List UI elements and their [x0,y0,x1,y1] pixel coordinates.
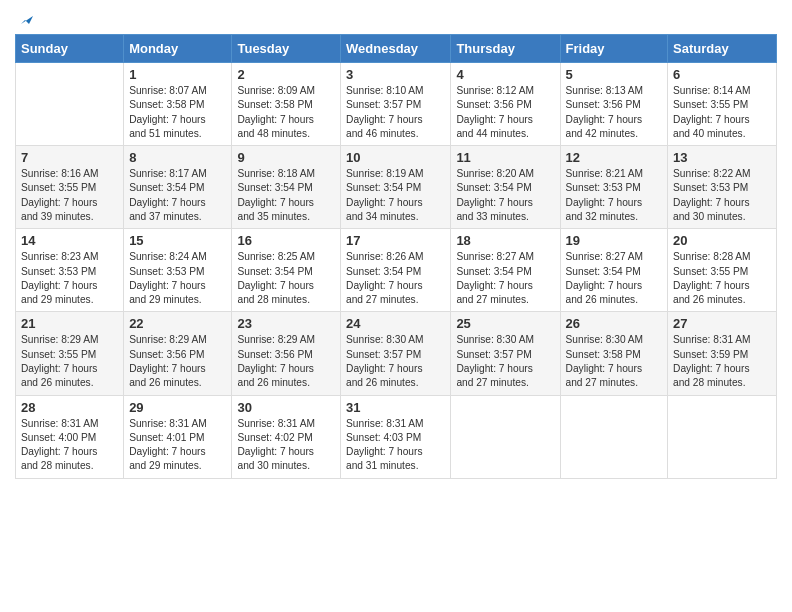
day-cell: 4Sunrise: 8:12 AM Sunset: 3:56 PM Daylig… [451,63,560,146]
day-cell: 7Sunrise: 8:16 AM Sunset: 3:55 PM Daylig… [16,146,124,229]
day-cell: 21Sunrise: 8:29 AM Sunset: 3:55 PM Dayli… [16,312,124,395]
weekday-header-wednesday: Wednesday [341,35,451,63]
day-info: Sunrise: 8:07 AM Sunset: 3:58 PM Dayligh… [129,84,226,141]
day-number: 9 [237,150,335,165]
day-cell: 23Sunrise: 8:29 AM Sunset: 3:56 PM Dayli… [232,312,341,395]
day-cell: 2Sunrise: 8:09 AM Sunset: 3:58 PM Daylig… [232,63,341,146]
day-number: 18 [456,233,554,248]
weekday-header-tuesday: Tuesday [232,35,341,63]
weekday-header-friday: Friday [560,35,668,63]
day-info: Sunrise: 8:29 AM Sunset: 3:55 PM Dayligh… [21,333,118,390]
day-info: Sunrise: 8:21 AM Sunset: 3:53 PM Dayligh… [566,167,663,224]
day-number: 10 [346,150,445,165]
week-row-2: 7Sunrise: 8:16 AM Sunset: 3:55 PM Daylig… [16,146,777,229]
day-number: 15 [129,233,226,248]
day-cell: 20Sunrise: 8:28 AM Sunset: 3:55 PM Dayli… [668,229,777,312]
day-number: 2 [237,67,335,82]
day-cell: 16Sunrise: 8:25 AM Sunset: 3:54 PM Dayli… [232,229,341,312]
day-cell: 25Sunrise: 8:30 AM Sunset: 3:57 PM Dayli… [451,312,560,395]
day-number: 11 [456,150,554,165]
day-number: 28 [21,400,118,415]
day-cell: 5Sunrise: 8:13 AM Sunset: 3:56 PM Daylig… [560,63,668,146]
day-number: 31 [346,400,445,415]
day-info: Sunrise: 8:12 AM Sunset: 3:56 PM Dayligh… [456,84,554,141]
day-info: Sunrise: 8:30 AM Sunset: 3:57 PM Dayligh… [456,333,554,390]
day-cell: 10Sunrise: 8:19 AM Sunset: 3:54 PM Dayli… [341,146,451,229]
day-cell: 12Sunrise: 8:21 AM Sunset: 3:53 PM Dayli… [560,146,668,229]
svg-marker-0 [21,16,33,24]
day-number: 29 [129,400,226,415]
calendar-table: SundayMondayTuesdayWednesdayThursdayFrid… [15,34,777,479]
day-number: 13 [673,150,771,165]
day-info: Sunrise: 8:27 AM Sunset: 3:54 PM Dayligh… [566,250,663,307]
day-cell: 17Sunrise: 8:26 AM Sunset: 3:54 PM Dayli… [341,229,451,312]
day-cell: 6Sunrise: 8:14 AM Sunset: 3:55 PM Daylig… [668,63,777,146]
day-number: 23 [237,316,335,331]
day-info: Sunrise: 8:20 AM Sunset: 3:54 PM Dayligh… [456,167,554,224]
day-number: 26 [566,316,663,331]
day-cell: 3Sunrise: 8:10 AM Sunset: 3:57 PM Daylig… [341,63,451,146]
day-info: Sunrise: 8:22 AM Sunset: 3:53 PM Dayligh… [673,167,771,224]
day-number: 22 [129,316,226,331]
day-cell: 15Sunrise: 8:24 AM Sunset: 3:53 PM Dayli… [124,229,232,312]
week-row-1: 1Sunrise: 8:07 AM Sunset: 3:58 PM Daylig… [16,63,777,146]
day-info: Sunrise: 8:25 AM Sunset: 3:54 PM Dayligh… [237,250,335,307]
day-info: Sunrise: 8:26 AM Sunset: 3:54 PM Dayligh… [346,250,445,307]
day-number: 21 [21,316,118,331]
day-info: Sunrise: 8:30 AM Sunset: 3:57 PM Dayligh… [346,333,445,390]
day-number: 16 [237,233,335,248]
day-cell: 22Sunrise: 8:29 AM Sunset: 3:56 PM Dayli… [124,312,232,395]
day-info: Sunrise: 8:13 AM Sunset: 3:56 PM Dayligh… [566,84,663,141]
day-number: 17 [346,233,445,248]
day-number: 12 [566,150,663,165]
day-info: Sunrise: 8:30 AM Sunset: 3:58 PM Dayligh… [566,333,663,390]
day-number: 7 [21,150,118,165]
day-info: Sunrise: 8:29 AM Sunset: 3:56 PM Dayligh… [237,333,335,390]
day-cell: 8Sunrise: 8:17 AM Sunset: 3:54 PM Daylig… [124,146,232,229]
day-info: Sunrise: 8:31 AM Sunset: 3:59 PM Dayligh… [673,333,771,390]
day-cell: 27Sunrise: 8:31 AM Sunset: 3:59 PM Dayli… [668,312,777,395]
day-number: 4 [456,67,554,82]
day-info: Sunrise: 8:27 AM Sunset: 3:54 PM Dayligh… [456,250,554,307]
day-number: 14 [21,233,118,248]
day-info: Sunrise: 8:23 AM Sunset: 3:53 PM Dayligh… [21,250,118,307]
day-info: Sunrise: 8:19 AM Sunset: 3:54 PM Dayligh… [346,167,445,224]
day-number: 5 [566,67,663,82]
day-number: 20 [673,233,771,248]
day-number: 27 [673,316,771,331]
day-number: 24 [346,316,445,331]
day-info: Sunrise: 8:16 AM Sunset: 3:55 PM Dayligh… [21,167,118,224]
day-cell [451,395,560,478]
weekday-header-thursday: Thursday [451,35,560,63]
day-number: 6 [673,67,771,82]
day-number: 8 [129,150,226,165]
day-info: Sunrise: 8:10 AM Sunset: 3:57 PM Dayligh… [346,84,445,141]
day-cell: 31Sunrise: 8:31 AM Sunset: 4:03 PM Dayli… [341,395,451,478]
weekday-header-saturday: Saturday [668,35,777,63]
day-number: 1 [129,67,226,82]
day-cell [668,395,777,478]
day-info: Sunrise: 8:17 AM Sunset: 3:54 PM Dayligh… [129,167,226,224]
day-cell [16,63,124,146]
day-number: 25 [456,316,554,331]
day-cell: 1Sunrise: 8:07 AM Sunset: 3:58 PM Daylig… [124,63,232,146]
day-cell: 18Sunrise: 8:27 AM Sunset: 3:54 PM Dayli… [451,229,560,312]
day-info: Sunrise: 8:31 AM Sunset: 4:03 PM Dayligh… [346,417,445,474]
day-cell [560,395,668,478]
logo-bird-icon [17,10,33,26]
logo [15,10,33,26]
day-info: Sunrise: 8:09 AM Sunset: 3:58 PM Dayligh… [237,84,335,141]
day-cell: 14Sunrise: 8:23 AM Sunset: 3:53 PM Dayli… [16,229,124,312]
week-row-4: 21Sunrise: 8:29 AM Sunset: 3:55 PM Dayli… [16,312,777,395]
day-cell: 11Sunrise: 8:20 AM Sunset: 3:54 PM Dayli… [451,146,560,229]
day-info: Sunrise: 8:18 AM Sunset: 3:54 PM Dayligh… [237,167,335,224]
day-cell: 30Sunrise: 8:31 AM Sunset: 4:02 PM Dayli… [232,395,341,478]
weekday-header-row: SundayMondayTuesdayWednesdayThursdayFrid… [16,35,777,63]
day-cell: 13Sunrise: 8:22 AM Sunset: 3:53 PM Dayli… [668,146,777,229]
day-info: Sunrise: 8:31 AM Sunset: 4:02 PM Dayligh… [237,417,335,474]
day-number: 30 [237,400,335,415]
day-info: Sunrise: 8:29 AM Sunset: 3:56 PM Dayligh… [129,333,226,390]
week-row-5: 28Sunrise: 8:31 AM Sunset: 4:00 PM Dayli… [16,395,777,478]
day-cell: 9Sunrise: 8:18 AM Sunset: 3:54 PM Daylig… [232,146,341,229]
week-row-3: 14Sunrise: 8:23 AM Sunset: 3:53 PM Dayli… [16,229,777,312]
